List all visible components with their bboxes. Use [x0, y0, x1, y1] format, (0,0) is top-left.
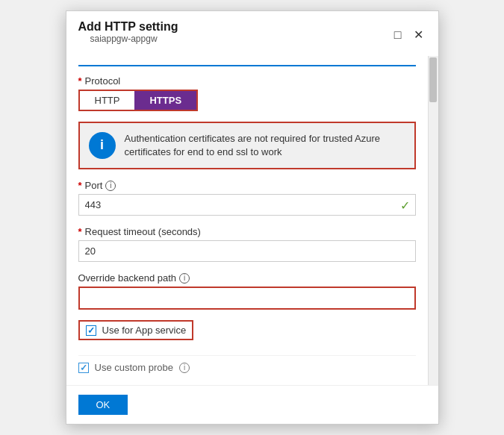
port-label-text: Port — [85, 180, 103, 191]
override-backend-label: Override backend path i — [78, 272, 416, 284]
dialog-subtitle: saiappgw-appgw — [78, 34, 178, 50]
dialog-footer: OK — [66, 385, 438, 424]
port-info-icon[interactable]: i — [105, 181, 116, 191]
request-timeout-field: * Request timeout (seconds) — [78, 226, 416, 262]
use-for-app-service-label: Use for App service — [102, 325, 187, 336]
timeout-label-text: Request timeout (seconds) — [85, 226, 201, 237]
use-for-app-service-row[interactable]: ✓ Use for App service — [78, 320, 194, 340]
info-banner-text: Authentication certificates are not requ… — [125, 132, 405, 159]
protocol-button-group: HTTP HTTPS — [78, 90, 199, 111]
tab-1[interactable] — [78, 56, 102, 65]
scrollbar-thumb[interactable] — [429, 57, 437, 102]
protocol-http-button[interactable]: HTTP — [80, 91, 135, 110]
info-banner: i Authentication certificates are not re… — [78, 122, 416, 169]
request-timeout-input[interactable] — [78, 240, 416, 262]
use-custom-probe-label: Use custom probe — [95, 362, 174, 373]
override-label-text: Override backend path — [78, 272, 177, 284]
tab-strip — [78, 56, 416, 66]
use-custom-probe-row[interactable]: ✓ Use custom probe i — [78, 355, 416, 373]
protocol-label-text: Protocol — [85, 75, 121, 87]
add-http-setting-dialog: Add HTTP setting saiappgw-appgw □ ✕ * Pr… — [66, 10, 439, 425]
use-for-app-service-wrapper: ✓ Use for App service — [78, 320, 416, 348]
dialog-body: * Protocol HTTP HTTPS i Authentication c… — [66, 56, 428, 385]
override-backend-path-input[interactable] — [78, 287, 416, 310]
minimize-button[interactable]: □ — [391, 28, 405, 43]
scroll-container: * Protocol HTTP HTTPS i Authentication c… — [66, 56, 438, 385]
override-backend-path-field: Override backend path i — [78, 272, 416, 310]
port-field: * Port i ✓ — [78, 180, 416, 216]
ok-button[interactable]: OK — [78, 395, 128, 415]
use-for-app-service-checkbox[interactable]: ✓ — [86, 325, 96, 336]
protocol-field: * Protocol HTTP HTTPS — [78, 75, 416, 111]
protocol-label: * Protocol — [78, 75, 416, 87]
port-required-star: * — [78, 180, 82, 191]
port-input-wrapper: ✓ — [78, 194, 416, 216]
use-custom-probe-checkbox[interactable]: ✓ — [78, 363, 89, 373]
custom-probe-info-icon[interactable]: i — [179, 363, 190, 373]
info-icon: i — [89, 132, 116, 159]
custom-probe-checkmark-icon: ✓ — [80, 363, 87, 373]
dialog-controls: □ ✕ — [391, 28, 426, 43]
close-button[interactable]: ✕ — [411, 28, 426, 43]
port-checkmark-icon: ✓ — [400, 198, 410, 212]
protocol-required-star: * — [78, 75, 82, 87]
port-input[interactable] — [78, 194, 416, 216]
protocol-https-button[interactable]: HTTPS — [134, 91, 196, 110]
tab-2[interactable] — [102, 56, 126, 66]
dialog-title: Add HTTP setting — [78, 20, 178, 34]
scrollbar-track — [428, 56, 438, 385]
port-label: * Port i — [78, 180, 416, 191]
timeout-required-star: * — [78, 226, 82, 237]
dialog-header: Add HTTP setting saiappgw-appgw □ ✕ — [66, 11, 438, 56]
app-service-checkmark-icon: ✓ — [87, 325, 95, 336]
request-timeout-label: * Request timeout (seconds) — [78, 226, 416, 237]
override-info-icon[interactable]: i — [179, 273, 190, 284]
